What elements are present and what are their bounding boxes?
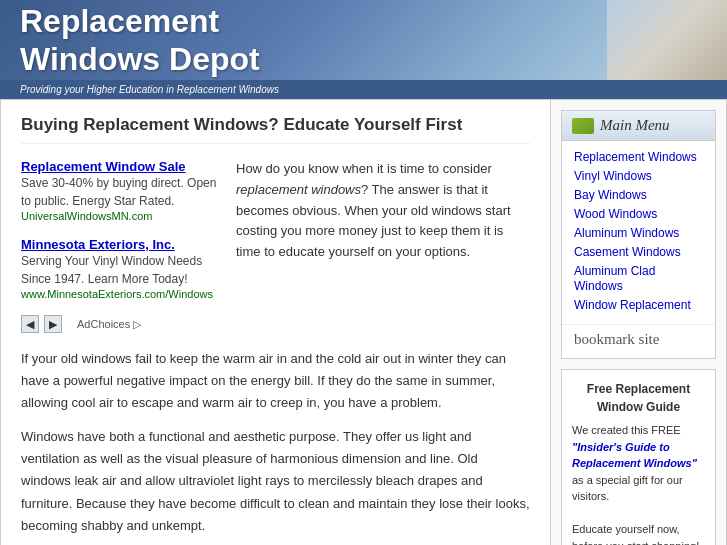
menu-item-aluminum-clad[interactable]: Aluminum Clad Windows xyxy=(574,263,703,293)
site-header: Replacement Windows Depot xyxy=(0,0,727,80)
ad-2-text: Serving Your Vinyl Window Needs Since 19… xyxy=(21,252,221,288)
page-title: Buying Replacement Windows? Educate Your… xyxy=(21,115,530,144)
tagline-bar: Providing your Higher Education in Repla… xyxy=(0,80,727,99)
ad-next-button[interactable]: ▶ xyxy=(44,315,62,333)
menu-item-vinyl-windows[interactable]: Vinyl Windows xyxy=(574,168,703,183)
menu-item-replacement-windows[interactable]: Replacement Windows xyxy=(574,149,703,164)
main-layout: Buying Replacement Windows? Educate Your… xyxy=(0,99,727,545)
menu-link-vinyl-windows[interactable]: Vinyl Windows xyxy=(574,169,652,183)
guide-text-end: Educate yourself now, before you start s… xyxy=(572,523,699,545)
main-menu-header: Main Menu xyxy=(562,111,715,141)
sidebar: Main Menu Replacement Windows Vinyl Wind… xyxy=(551,100,726,545)
ad-item-2: Minnesota Exteriors, Inc. Serving Your V… xyxy=(21,237,221,300)
ad-item-1: Replacement Window Sale Save 30-40% by b… xyxy=(21,159,221,222)
main-menu-box: Main Menu Replacement Windows Vinyl Wind… xyxy=(561,110,716,359)
menu-link-aluminum-windows[interactable]: Aluminum Windows xyxy=(574,226,679,240)
adchoices-label[interactable]: AdChoices ▷ xyxy=(77,318,141,331)
intro-italic: replacement windows xyxy=(236,182,361,197)
menu-link-window-replacement[interactable]: Window Replacement xyxy=(574,298,691,312)
tagline-text: Providing your Higher Education in Repla… xyxy=(20,84,279,95)
site-title: Replacement Windows Depot xyxy=(20,2,260,79)
guide-text-before: We created this FREE xyxy=(572,424,681,436)
menu-item-aluminum-windows[interactable]: Aluminum Windows xyxy=(574,225,703,240)
ad-2-title[interactable]: Minnesota Exteriors, Inc. xyxy=(21,237,221,252)
ad-2-url[interactable]: www.MinnesotaExteriors.com/Windows xyxy=(21,288,221,300)
menu-item-wood-windows[interactable]: Wood Windows xyxy=(574,206,703,221)
header-image xyxy=(607,0,727,80)
menu-item-window-replacement[interactable]: Window Replacement xyxy=(574,297,703,312)
content-area: Buying Replacement Windows? Educate Your… xyxy=(1,100,551,545)
ads-column: Replacement Window Sale Save 30-40% by b… xyxy=(21,159,221,333)
menu-link-aluminum-clad[interactable]: Aluminum Clad Windows xyxy=(574,264,655,293)
bookmark-site-label[interactable]: bookmark site xyxy=(562,324,715,358)
guide-text-after: as a special gift for our visitors. xyxy=(572,474,683,503)
menu-leaf-icon xyxy=(572,118,594,134)
menu-link-replacement-windows[interactable]: Replacement Windows xyxy=(574,150,697,164)
menu-link-bay-windows[interactable]: Bay Windows xyxy=(574,188,647,202)
ad-1-title[interactable]: Replacement Window Sale xyxy=(21,159,221,174)
ad-1-url[interactable]: UniversalWindowsMN.com xyxy=(21,210,221,222)
main-menu-title: Main Menu xyxy=(600,117,670,134)
menu-link-casement-windows[interactable]: Casement Windows xyxy=(574,245,681,259)
menu-item-casement-windows[interactable]: Casement Windows xyxy=(574,244,703,259)
menu-item-bay-windows[interactable]: Bay Windows xyxy=(574,187,703,202)
guide-link[interactable]: "Insider's Guide to Replacement Windows" xyxy=(572,441,697,470)
guide-box-body: We created this FREE "Insider's Guide to… xyxy=(572,422,705,545)
two-column-section: Replacement Window Sale Save 30-40% by b… xyxy=(21,159,530,333)
menu-link-wood-windows[interactable]: Wood Windows xyxy=(574,207,657,221)
body-para-3: Windows have both a functional and aesth… xyxy=(21,426,530,536)
main-menu-links: Replacement Windows Vinyl Windows Bay Wi… xyxy=(562,141,715,324)
intro-text-before: How do you know when it is time to consi… xyxy=(236,161,492,176)
guide-box-title: Free Replacement Window Guide xyxy=(572,380,705,416)
guide-box: Free Replacement Window Guide We created… xyxy=(561,369,716,545)
ad-prev-button[interactable]: ◀ xyxy=(21,315,39,333)
intro-column: How do you know when it is time to consi… xyxy=(236,159,530,333)
ad-navigation: ◀ ▶ AdChoices ▷ xyxy=(21,315,221,333)
body-para-2: If your old windows fail to keep the war… xyxy=(21,348,530,414)
body-text: If your old windows fail to keep the war… xyxy=(21,348,530,537)
ad-1-text: Save 30-40% by buying direct. Open to pu… xyxy=(21,174,221,210)
